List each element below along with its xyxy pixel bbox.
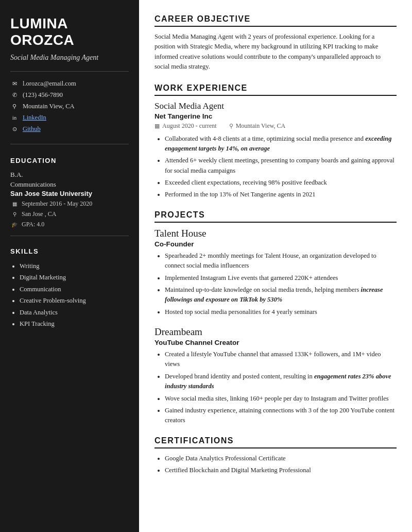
certifications-list: Google Data Analytics Professional Certi… [154, 454, 397, 476]
contact-section: ✉ l.orozca@email.com ✆ (123) 456-7890 ⚲ … [10, 80, 129, 144]
work-experience-header: Work Experience [154, 84, 397, 96]
skill-item: Writing [20, 260, 129, 272]
project-bullet: Developed brand identity and posted cont… [165, 372, 397, 392]
career-objective-text: Social Media Managing Agent with 2 years… [154, 32, 397, 72]
certifications-header: Certifications [154, 436, 397, 448]
location-icon: ⚲ [229, 123, 233, 129]
edu-gpa-row: 🎓 GPA: 4.0 [10, 221, 129, 228]
resume-container: LUMINAOROZCA Social Media Managing Agent… [0, 0, 412, 532]
certification-item: Google Data Analytics Professional Certi… [165, 454, 397, 463]
edu-degree: B.A. [10, 170, 129, 180]
candidate-job-title: Social Media Managing Agent [10, 53, 129, 63]
project-bullets: Spearheaded 2+ monthly meetings for Tale… [154, 251, 397, 317]
project-title: Dreambeam [154, 326, 397, 338]
job-role-title: Social Media Agent [154, 101, 397, 111]
main-content: Career Objective Social Media Managing A… [139, 0, 412, 532]
career-objective-section: Career Objective Social Media Managing A… [154, 14, 397, 72]
project-bullet: Implemented Instagram Live events that g… [165, 273, 397, 283]
edu-dates: September 2016 - May 2020 [22, 200, 92, 208]
skill-item: KPI Tracking [20, 318, 129, 330]
project-bullets: Created a lifestyle YouTube channel that… [154, 350, 397, 426]
job-bullets: Collaborated with 4-8 clients at a time,… [154, 134, 397, 200]
github-item[interactable]: ⊙ Github [10, 125, 129, 133]
edu-city-row: ⚲ San Jose , CA [10, 210, 129, 218]
education-section: Education B.A. Communications San Jose S… [10, 155, 129, 236]
job-block: Social Media Agent Net Tangerine Inc ▦ A… [154, 101, 397, 200]
job-location: Mountain View, CA [236, 122, 286, 130]
work-experience-section: Work Experience Social Media Agent Net T… [154, 84, 397, 200]
github-link[interactable]: Github [23, 125, 41, 133]
project-title: Talent House [154, 228, 397, 239]
skill-item: Creative Problem-solving [20, 295, 129, 307]
certifications-section: Certifications Google Data Analytics Pro… [154, 436, 397, 476]
certification-item: Certified Blockchain and Digital Marketi… [165, 466, 397, 475]
project-bullet: Hosted top social media personalities fo… [165, 307, 397, 317]
project-bullet: Created a lifestyle YouTube channel that… [165, 350, 397, 370]
skills-header: Skills [10, 247, 129, 255]
email-value: l.orozca@email.com [23, 80, 76, 88]
skills-section: Skills Writing Digital Marketing Communi… [10, 245, 129, 330]
sidebar: LUMINAOROZCA Social Media Managing Agent… [0, 0, 139, 532]
job-bullet: Performed in the top 13% of Net Tangerin… [165, 190, 397, 200]
skill-item: Data Analytics [20, 307, 129, 319]
email-item: ✉ l.orozca@email.com [10, 80, 129, 88]
project-bullet: Spearheaded 2+ monthly meetings for Tale… [165, 251, 397, 271]
calendar-icon: ▦ [10, 201, 19, 207]
job-bullet: Collaborated with 4-8 clients at a time,… [165, 134, 397, 154]
edu-dates-row: ▦ September 2016 - May 2020 [10, 200, 129, 208]
projects-header: Projects [154, 210, 397, 223]
linkedin-item[interactable]: in LinkedIn [10, 114, 129, 122]
phone-icon: ✆ [10, 92, 19, 98]
phone-value: (123) 456-7890 [23, 91, 63, 99]
education-header: Education [10, 157, 129, 164]
job-meta: ▦ August 2020 - current ⚲ Mountain View,… [154, 122, 397, 130]
email-icon: ✉ [10, 80, 19, 87]
project-bullet: Wove social media sites, linking 160+ pe… [165, 394, 397, 404]
linkedin-link[interactable]: LinkedIn [23, 114, 46, 122]
project-bullet: Maintained up-to-date knowledge on socia… [165, 285, 397, 305]
name-title-block: LUMINAOROZCA Social Media Managing Agent [10, 15, 129, 72]
skill-item: Digital Marketing [20, 272, 129, 284]
skills-list: Writing Digital Marketing Communication … [10, 260, 129, 330]
edu-gpa: GPA: 4.0 [22, 221, 44, 228]
project-dreambeam: Dreambeam YouTube Channel Creator Create… [154, 326, 397, 426]
github-icon: ⊙ [10, 126, 19, 132]
edu-field: Communications [10, 179, 129, 190]
candidate-name: LUMINAOROZCA [10, 15, 129, 48]
location-value: Mountain View, CA [23, 103, 75, 110]
project-role: Co-Founder [154, 240, 397, 248]
job-dates: August 2020 - current [162, 122, 217, 130]
edu-city: San Jose , CA [22, 210, 56, 218]
job-dates-item: ▦ August 2020 - current [154, 122, 217, 130]
phone-item: ✆ (123) 456-7890 [10, 91, 129, 99]
project-role: YouTube Channel Creator [154, 339, 397, 346]
location-item: ⚲ Mountain View, CA [10, 103, 129, 110]
skill-item: Communication [20, 284, 129, 295]
map-pin-icon: ⚲ [10, 211, 19, 217]
career-objective-header: Career Objective [154, 14, 397, 27]
graduation-icon: 🎓 [10, 222, 19, 227]
project-talent-house: Talent House Co-Founder Spearheaded 2+ m… [154, 228, 397, 317]
job-location-item: ⚲ Mountain View, CA [229, 122, 286, 130]
projects-section: Projects Talent House Co-Founder Spearhe… [154, 210, 397, 426]
linkedin-icon: in [10, 114, 19, 121]
company-name: Net Tangerine Inc [154, 112, 397, 120]
edu-school: San Jose State University [10, 190, 129, 197]
job-bullet: Attended 6+ weekly client meetings, pres… [165, 156, 397, 176]
project-bullet: Gained industry experience, attaining co… [165, 406, 397, 426]
job-bullet: Exceeded client expectations, receiving … [165, 178, 397, 188]
location-icon: ⚲ [10, 103, 19, 110]
calendar-icon: ▦ [154, 123, 160, 129]
